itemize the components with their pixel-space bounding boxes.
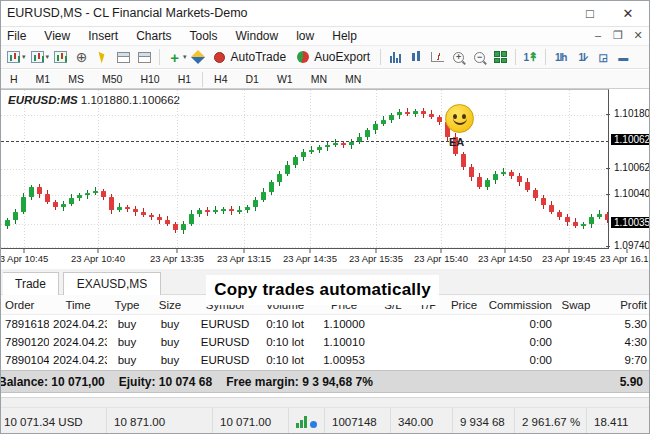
period-h1-icon[interactable]: 1lh [551,48,570,66]
timeframe-button-m1-1[interactable]: M1 [27,70,60,88]
time-axis-label: 23 Apr 14:35 [283,253,337,264]
cursor-icon[interactable] [93,48,112,66]
candlestick [429,114,434,117]
zoom-out-icon[interactable]: − [470,48,489,66]
application-window: EURUSD,MS - CL Financial Markets-Demo □ … [0,0,650,434]
table-row[interactable]: 78916182024.04.23buybuyEURUSD0:10 lot1.1… [1,315,650,333]
column-header-commission[interactable]: Commission [483,295,556,314]
new-chart-icon[interactable] [4,48,23,66]
templates-icon[interactable]: ◲ [593,48,612,66]
new-order-icon[interactable]: + [165,48,184,66]
timeframe-button-mn-10[interactable]: MN [302,70,336,88]
crosshair-icon[interactable]: ⊕ [72,48,91,66]
column-header-swap[interactable]: Swap [556,295,596,314]
cell-price [445,351,483,369]
cell-swap [556,315,596,333]
price-axis-label: 1.10035 [611,217,650,228]
data-window-icon[interactable] [114,48,133,66]
column-header-profit[interactable]: Profit [596,295,650,314]
menu-item-window[interactable]: Window [227,27,288,46]
menu-item-view[interactable]: View [35,27,79,46]
price-axis[interactable]: 1.101801.100621.100621.100401.100351.097… [610,89,650,249]
smiley-ea-icon[interactable] [445,104,474,133]
child-minimize-button[interactable]: – [589,27,607,46]
candlestick [605,214,609,220]
table-row[interactable]: 789010412024.04.23buybuyEURUSD0:10 lot1.… [1,351,650,369]
price-axis-tick [606,168,610,169]
bid-price-line [1,141,609,142]
metaeditor-icon[interactable] [189,48,208,66]
timeframe-button-mn-11[interactable]: MN [336,70,370,88]
candlestick [189,214,194,224]
candlestick [93,191,98,193]
tab-exausd-ms[interactable]: EXAUSD,MS [63,272,161,295]
navigator-icon[interactable] [135,48,154,66]
column-header-order[interactable]: Order [1,295,49,314]
horizontal-gridline [1,115,609,116]
menu-item-tools[interactable]: Tools [181,27,227,46]
toolbar-overflow-icon[interactable]: ▬ [614,48,633,66]
close-button[interactable]: ✕ [613,4,643,24]
cell-time: 2024.04.23 [49,315,107,333]
cell-swap [556,351,596,369]
child-close-button[interactable]: ✕ [629,27,647,46]
price-axis-label: 1.10180 [614,108,650,119]
maximize-button[interactable]: □ [575,4,605,24]
timeframe-button-h1-5[interactable]: H1 [169,70,200,88]
cell-price [445,315,483,333]
timeframe-button-w1-9[interactable]: W1 [268,70,302,88]
timeframe-button-h4-7[interactable]: H4 [205,70,236,88]
candlestick [341,143,346,145]
candlestick [389,115,394,120]
timeframe-button-h10-4[interactable]: H10 [131,70,168,88]
candlestick-chart-icon[interactable] [407,48,426,66]
cell-type: buy [107,351,147,369]
timeframe-button-h-0[interactable]: H [1,70,27,88]
timeframe-button-d1-8[interactable]: D1 [237,70,268,88]
timeframe-button-ms-2[interactable]: MS [59,70,93,88]
column-header-size[interactable]: Size [147,295,193,314]
main-toolbar: ▾ ▾ ⊕ + ▾ AutoTrade AuoExport + − 1↟ 1lh… [1,46,650,69]
candlestick [61,204,66,207]
line-chart-icon[interactable] [428,48,447,66]
autotrade-icon[interactable] [210,48,229,66]
menu-item-low[interactable]: low [287,27,323,46]
candlestick [557,212,562,217]
candlestick [421,111,426,114]
cell-volume: 0:10 lot [257,333,313,351]
candlestick [181,224,186,230]
menu-item-help[interactable]: Help [323,27,366,46]
bar-chart-icon[interactable] [386,48,405,66]
column-header-time[interactable]: Time [49,295,107,314]
candlestick [45,194,50,202]
time-axis[interactable]: 3 Apr 10:4523 Apr 10:4023 Apr 13:3523 Ap… [1,250,650,268]
child-restore-button[interactable]: ❐ [609,27,627,46]
candlestick [53,202,58,207]
connection-status-cell[interactable] [289,408,325,434]
status-cell-0: 10 071.34 USD [1,408,107,434]
auoexport-button[interactable]: AuoExport [314,50,370,64]
candlestick [133,209,138,212]
profiles-icon[interactable] [28,48,47,66]
tile-windows-icon[interactable] [491,48,510,66]
menu-item-file[interactable]: File [0,27,35,46]
candlestick [533,190,538,198]
candlestick [589,217,594,224]
chart-plot[interactable]: EURUSD:MS 1.101880.1.100662 EA [1,89,609,249]
column-header-price[interactable]: Price [445,295,483,314]
menu-item-charts[interactable]: Charts [127,27,180,46]
timeframe-button-m50-3[interactable]: M50 [93,70,131,88]
auoexport-icon[interactable] [293,48,312,66]
copy-trades-overlay[interactable]: Copy trades automatically [206,275,439,305]
candlestick [309,150,314,152]
market-watch-icon[interactable] [51,48,70,66]
period-list-icon[interactable]: 1l̷ [572,48,591,66]
indicators-icon[interactable]: 1↟ [521,48,540,66]
table-row[interactable]: 789012052024.04.23buybuyEURUSD0:10 lot1.… [1,333,650,351]
autotrade-button[interactable]: AutoTrade [231,50,287,64]
menu-item-insert[interactable]: Insert [79,27,127,46]
free-margin-value: Free margin: 9 3 94,68 7% [226,375,373,389]
zoom-in-icon[interactable]: + [449,48,468,66]
column-header-type[interactable]: Type [107,295,147,314]
tab-trade[interactable]: Trade [3,272,59,295]
